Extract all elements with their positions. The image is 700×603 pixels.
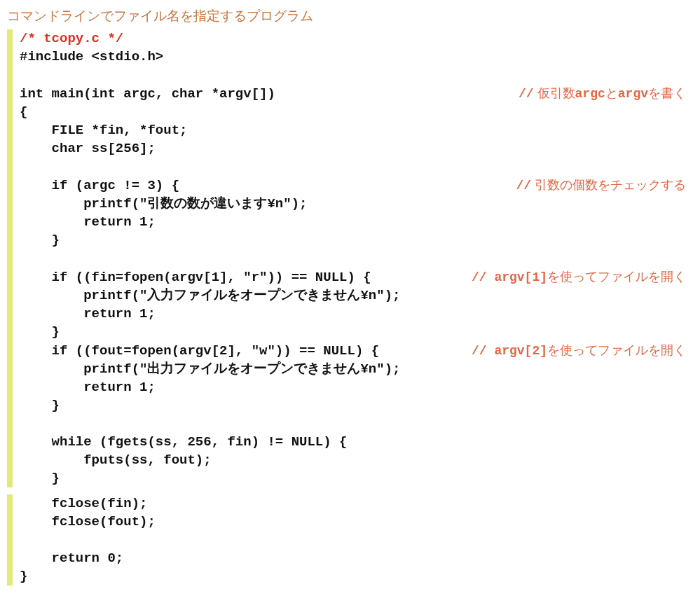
- code-line: fclose(fout);: [20, 513, 156, 531]
- code-annotation: // 仮引数argcとargvを書く: [505, 84, 686, 103]
- code-line: while (fgets(ss, 256, fin) != NULL) {: [20, 433, 347, 451]
- code-line: printf("出力ファイルをオープンできません¥n");: [20, 360, 400, 378]
- code-block-2: fclose(fin); fclose(fout); return 0; }: [7, 494, 686, 585]
- code-annotation: // argv[1]を使ってファイルを開く: [458, 268, 686, 286]
- code-annotation: // argv[2]を使ってファイルを開く: [458, 341, 686, 360]
- code-line: FILE *fin, *fout;: [20, 121, 187, 139]
- code-line: return 1;: [20, 305, 156, 323]
- code-line: if ((fin=fopen(argv[1], "r")) == NULL) {: [20, 268, 371, 286]
- code-line: }: [20, 469, 60, 487]
- code-line: return 0;: [20, 549, 123, 567]
- code-line: char ss[256];: [20, 139, 156, 158]
- code-line: fclose(fin);: [20, 494, 147, 513]
- code-line: #include <stdio.h>: [20, 48, 163, 66]
- code-line: {: [20, 103, 27, 121]
- code-line: }: [20, 231, 60, 249]
- code-annotation: // 引数の個数をチェックする: [502, 176, 686, 195]
- code-line: if (argc != 3) {: [20, 176, 179, 195]
- code-block-1: /* tcopy.c */ #include <stdio.h> int mai…: [7, 29, 686, 487]
- page-title: コマンドラインでファイル名を指定するプログラム: [7, 7, 686, 25]
- code-line: return 1;: [20, 213, 156, 231]
- code-line: if ((fout=fopen(argv[2], "w")) == NULL) …: [20, 342, 379, 360]
- code-line: }: [20, 396, 60, 415]
- code-line: }: [20, 567, 27, 585]
- code-line: int main(int argc, char *argv[]): [20, 85, 275, 103]
- code-line: printf("引数の数が違います¥n");: [20, 195, 307, 213]
- code-line: }: [20, 323, 60, 341]
- code-line: printf("入力ファイルをオープンできません¥n");: [20, 286, 400, 305]
- code-line: return 1;: [20, 378, 156, 396]
- code-line: fputs(ss, fout);: [20, 451, 212, 469]
- code-comment-file: /* tcopy.c */: [20, 29, 123, 48]
